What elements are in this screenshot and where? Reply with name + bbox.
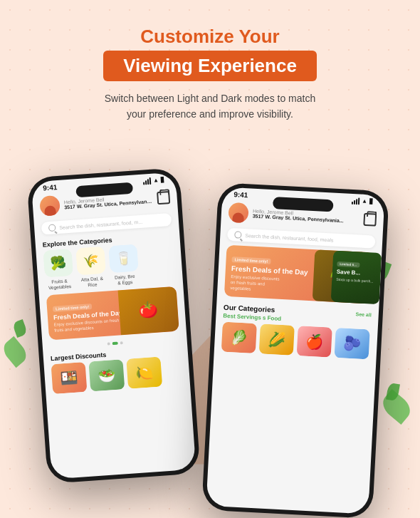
dot-1[interactable]: [107, 342, 110, 345]
phone-1-status-icons: ▲ ▊: [143, 176, 165, 185]
side-deal-tag: Limited ti...: [337, 261, 359, 267]
cart-icon-2[interactable]: [363, 212, 377, 226]
battery-icon: ▊: [161, 177, 165, 182]
category-label-1: Fruits &Vegetables: [48, 278, 71, 291]
phones-container: 9:41 ▲ ▊ Hello, Jer: [0, 130, 420, 507]
search-placeholder-2: Search the dish, restaurant, food, meals: [245, 232, 333, 242]
signal-icon-2: [352, 197, 360, 204]
search-icon-2: [234, 231, 242, 239]
food-thumb-2[interactable]: 🥗: [88, 359, 125, 391]
dot-2[interactable]: [112, 341, 117, 345]
battery-icon-2: ▊: [369, 198, 373, 204]
title-box: Viewing Experience: [103, 51, 317, 81]
page-wrapper: Customize Your Viewing Experience Switch…: [0, 0, 420, 123]
phone-2-status-icons: ▲ ▊: [352, 197, 373, 205]
leaf-decoration-6: [12, 318, 28, 337]
category-icon-2: 🌾: [75, 246, 106, 275]
search-icon: [48, 224, 56, 232]
deal-tag-1: Limited time only!: [53, 303, 92, 311]
see-all-link[interactable]: See all: [355, 311, 372, 317]
avatar-2: [228, 202, 248, 222]
phone-2: 9:41 ▲ ▊ Hello, Jer: [201, 182, 389, 518]
phone-2-screen: 9:41 ▲ ▊ Hello, Jer: [206, 187, 384, 514]
title-line1: Customize Your: [140, 26, 280, 48]
phone-1-time: 9:41: [43, 183, 58, 192]
avatar-person: [44, 205, 56, 217]
cart-icon[interactable]: [157, 191, 170, 204]
category-icon-3: 🥛: [108, 244, 139, 273]
deal-banner-1[interactable]: Limited time only! Fresh Deals of the Da…: [46, 286, 179, 340]
subtitle: Switch between Light and Dark modes to m…: [96, 91, 324, 122]
avatar: [39, 195, 61, 216]
category-item-3[interactable]: 🥛 Dairy, Bre& Eggs: [108, 244, 140, 286]
search-placeholder: Search the dish, restaurant, food, m...: [59, 219, 142, 229]
wifi-icon-2: ▲: [362, 197, 367, 204]
side-deal-desc: Stock up a bulk purch...: [336, 276, 376, 283]
category-label-2: Atta Dal, &Rice: [81, 275, 104, 288]
deal-image-1: 🍅: [117, 286, 179, 335]
food-thumb-3[interactable]: 🍋: [126, 356, 162, 388]
food-thumb-1[interactable]: 🍱: [51, 361, 88, 393]
category-label-3: Dairy, Bre& Eggs: [115, 273, 135, 286]
phone-2-time: 9:41: [233, 190, 248, 199]
food-cat-3[interactable]: 🍎: [297, 326, 332, 357]
food-cat-4[interactable]: 🫐: [335, 328, 370, 359]
phone-2-deal-area: Limited time only! Fresh Deals of the Da…: [224, 244, 375, 304]
our-categories-title: Our Categories: [224, 304, 275, 314]
wifi-icon: ▲: [153, 177, 159, 184]
side-deal-banner[interactable]: Limited ti... Save B... Stock up a bulk …: [331, 250, 382, 304]
category-item-2[interactable]: 🌾 Atta Dal, &Rice: [75, 246, 107, 288]
phone-1-screen: 9:41 ▲ ▊ Hello, Jer: [31, 172, 196, 479]
leaf-decoration-5: [0, 336, 31, 367]
side-deal-title: Save B...: [337, 268, 377, 277]
avatar-person-2: [232, 212, 244, 223]
deal-desc-2: Enjoy exclusive discounts on fresh fruit…: [230, 274, 280, 294]
dot-3[interactable]: [120, 341, 122, 344]
signal-icon: [143, 177, 152, 185]
phone-1: 9:41 ▲ ▊ Hello, Jer: [26, 167, 200, 484]
food-cat-1[interactable]: 🥬: [221, 322, 257, 353]
category-item-1[interactable]: 🥦 Fruits &Vegetables: [43, 248, 74, 290]
category-icon-1: 🥦: [43, 248, 73, 277]
food-cat-2[interactable]: 🌽: [259, 323, 295, 355]
deal-tag-2: Limited time only!: [231, 257, 271, 264]
